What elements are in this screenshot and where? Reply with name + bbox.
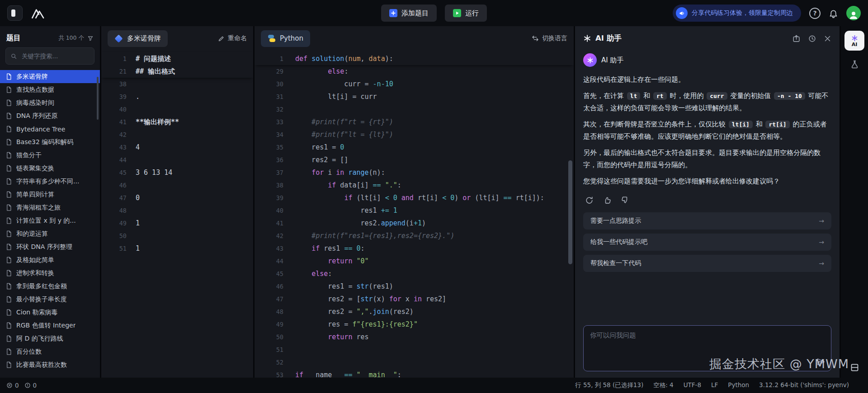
panel-layout-icon[interactable] bbox=[850, 363, 859, 372]
markdown-line[interactable]: 38 bbox=[101, 78, 253, 90]
scrollbar-thumb[interactable] bbox=[97, 77, 99, 120]
markdown-line[interactable]: 491 bbox=[101, 217, 253, 229]
ai-assistant-toggle[interactable]: AI bbox=[844, 31, 864, 51]
sidebar-item[interactable]: Bytedance Tree bbox=[0, 122, 100, 136]
code-line[interactable]: 40 res1 += 1 bbox=[255, 204, 574, 217]
markdown-line[interactable]: 453 6 13 14 bbox=[101, 166, 253, 179]
code-editor[interactable]: 1def solution(num, data): 29 else:30 cur… bbox=[255, 51, 574, 378]
markdown-line[interactable]: 48 bbox=[101, 204, 253, 217]
search-input[interactable] bbox=[21, 52, 90, 60]
sidebar-item[interactable]: Base32 编码和解码 bbox=[0, 136, 100, 149]
markdown-line[interactable]: 511 bbox=[101, 242, 253, 255]
markdown-line[interactable]: 40 bbox=[101, 103, 253, 116]
errors-status[interactable]: 0 bbox=[6, 382, 19, 389]
code-line[interactable]: 52 bbox=[255, 356, 574, 369]
code-line[interactable]: 48 res2 = ",".join(res2) bbox=[255, 305, 574, 318]
markdown-line[interactable]: 434 bbox=[101, 141, 253, 154]
sidebar-item[interactable]: 多米诺骨牌 bbox=[0, 70, 100, 83]
notifications-bell-icon[interactable] bbox=[829, 9, 838, 18]
markdown-line[interactable]: 46 bbox=[101, 179, 253, 192]
code-line[interactable]: 30 curr = -n-10 bbox=[255, 78, 574, 90]
warnings-status[interactable]: 0 bbox=[24, 382, 37, 389]
code-line[interactable]: 37 for i in range(n): bbox=[255, 166, 574, 179]
sidebar-item[interactable]: Cion 勒索病毒 bbox=[0, 306, 100, 319]
ai-suggestion-chip[interactable]: 给我一些代码提示吧→ bbox=[583, 234, 831, 251]
user-avatar[interactable] bbox=[846, 6, 861, 20]
code-line[interactable]: 32 bbox=[255, 103, 574, 116]
code-line[interactable]: 51 bbox=[255, 343, 574, 356]
code-line[interactable]: 29 else: bbox=[255, 65, 574, 78]
code-line[interactable]: 31 lt[i] = curr bbox=[255, 90, 574, 103]
run-button[interactable]: 运行 bbox=[445, 5, 487, 22]
status-item[interactable]: 3.12.2 64-bit ('shims': pyenv) bbox=[759, 381, 849, 389]
markdown-editor[interactable]: 1# 问题描述21## 输出格式 3839.4041**输出样例**424344… bbox=[101, 51, 253, 378]
filter-icon[interactable] bbox=[87, 35, 94, 42]
markdown-line[interactable]: 42 bbox=[101, 128, 253, 141]
sidebar-item[interactable]: 青海湖租车之旅 bbox=[0, 201, 100, 214]
close-icon[interactable] bbox=[824, 35, 831, 42]
sidebar-item[interactable]: 阿 D 的飞行路线 bbox=[0, 332, 100, 345]
status-item[interactable]: UTF-8 bbox=[684, 381, 701, 389]
thumbs-up-button[interactable] bbox=[601, 194, 613, 206]
sidebar-item[interactable]: RGB 色值转 Integer bbox=[0, 319, 100, 332]
scrollbar-thumb[interactable] bbox=[568, 160, 572, 264]
code-line[interactable]: 50 return res bbox=[255, 331, 574, 343]
sidebar-item[interactable]: 简单四则计算 bbox=[0, 188, 100, 201]
problem-tab[interactable]: 多米诺骨牌 bbox=[108, 30, 168, 47]
markdown-line[interactable]: 50 bbox=[101, 229, 253, 242]
status-item[interactable]: LF bbox=[711, 381, 718, 389]
code-line[interactable]: 33 #print(f"rt = {rt}") bbox=[255, 116, 574, 128]
sidebar-item[interactable]: DNA 序列还原 bbox=[0, 109, 100, 122]
ai-suggestion-chip[interactable]: 帮我检查一下代码→ bbox=[583, 255, 831, 272]
ai-suggestion-chip[interactable]: 需要一点思路提示→ bbox=[583, 212, 831, 229]
code-line[interactable]: 35 res1 = 0 bbox=[255, 141, 574, 154]
sidebar-item[interactable]: 查找热点数据 bbox=[0, 83, 100, 96]
app-logo[interactable] bbox=[7, 5, 23, 21]
markdown-line[interactable]: 21## 输出格式 bbox=[101, 65, 253, 78]
lab-flask-icon[interactable] bbox=[850, 60, 859, 69]
sidebar-item[interactable]: 进制求和转换 bbox=[0, 267, 100, 280]
markdown-line[interactable]: 1# 问题描述 bbox=[101, 52, 253, 65]
add-problem-button[interactable]: 添加题目 bbox=[381, 5, 437, 22]
code-line[interactable]: 43 if res1 == 0: bbox=[255, 242, 574, 255]
search-box[interactable] bbox=[5, 47, 94, 65]
sidebar-item[interactable]: 比赛最高获胜次数 bbox=[0, 358, 100, 371]
regenerate-button[interactable] bbox=[583, 194, 595, 206]
code-line[interactable]: 47 res2 = [str(x) for x in res2] bbox=[255, 293, 574, 305]
code-line[interactable]: 53if __name__ == "__main__": bbox=[255, 369, 574, 378]
ai-input[interactable] bbox=[584, 326, 831, 371]
code-line[interactable]: 1def solution(num, data): bbox=[255, 52, 574, 65]
sidebar-item[interactable]: 和的逆运算 bbox=[0, 227, 100, 240]
thumbs-down-button[interactable] bbox=[619, 194, 631, 206]
code-line[interactable]: 36 res2 = [] bbox=[255, 154, 574, 166]
sidebar-item[interactable]: 链表聚集交换 bbox=[0, 162, 100, 175]
code-line[interactable]: 38 if data[i] == ".": bbox=[255, 179, 574, 192]
code-line[interactable]: 41 res2.append(i+1) bbox=[255, 217, 574, 229]
switch-language-button[interactable]: 切换语言 bbox=[532, 34, 567, 42]
code-line[interactable]: 42 #print(f"res1={res1},res2={res2}.") bbox=[255, 229, 574, 242]
send-icon[interactable] bbox=[816, 357, 826, 366]
sidebar-item[interactable]: 百分位数 bbox=[0, 345, 100, 358]
sidebar-item[interactable]: 环状 DNA 序列整理 bbox=[0, 240, 100, 253]
code-line[interactable]: 45 else: bbox=[255, 267, 574, 280]
code-line[interactable]: 39 if (lt[i] < 0 and rt[i] < 0) or (lt[i… bbox=[255, 192, 574, 204]
code-line[interactable]: 44 return "0" bbox=[255, 255, 574, 267]
status-item[interactable]: 行 55, 列 58 (已选择13) bbox=[575, 381, 643, 389]
sidebar-item[interactable]: 及格如此简单 bbox=[0, 253, 100, 267]
history-icon[interactable] bbox=[808, 34, 816, 43]
markdown-line[interactable]: 41**输出样例** bbox=[101, 116, 253, 128]
code-line[interactable]: 49 res = f"{res1}:{res2}" bbox=[255, 318, 574, 331]
code-line[interactable]: 34 #print(f"lt = {lt}") bbox=[255, 128, 574, 141]
sidebar-item[interactable]: 病毒感染时间 bbox=[0, 96, 100, 109]
open-in-chat-icon[interactable] bbox=[792, 34, 801, 43]
rename-button[interactable]: 重命名 bbox=[218, 34, 247, 42]
help-icon[interactable]: ? bbox=[809, 8, 821, 19]
markdown-line[interactable]: 39. bbox=[101, 90, 253, 103]
sidebar-item[interactable]: 拿到最多红包金额 bbox=[0, 280, 100, 293]
sidebar-item[interactable]: 猫鱼分干 bbox=[0, 149, 100, 162]
status-item[interactable]: 空格: 4 bbox=[653, 381, 673, 389]
sidebar-item[interactable]: 计算位置 x 到 y 的... bbox=[0, 214, 100, 227]
code-line[interactable]: 46 res1 = str(res1) bbox=[255, 280, 574, 293]
share-promo-banner[interactable]: 分享代码练习体验，领限量定制周边 bbox=[673, 5, 801, 22]
sidebar-item[interactable]: 字符串有多少种不同... bbox=[0, 175, 100, 188]
